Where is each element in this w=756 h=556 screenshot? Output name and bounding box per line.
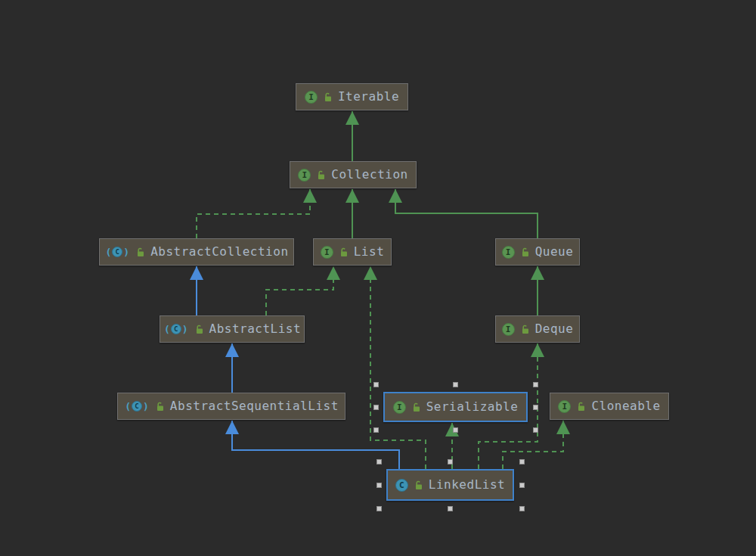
node-label: List: [354, 246, 385, 258]
interface-icon: I: [321, 246, 333, 259]
node-label: Queue: [535, 246, 574, 258]
abstract-class-icon: (C): [163, 324, 189, 334]
selection-handle[interactable]: [376, 459, 382, 464]
lock-icon: [155, 402, 165, 412]
edge-Queue-extends-Collection: [395, 189, 538, 238]
node-label: LinkedList: [429, 479, 505, 491]
node-Collection[interactable]: ICollection: [290, 161, 417, 188]
selection-handle[interactable]: [519, 483, 525, 488]
node-Cloneable[interactable]: ICloneable: [550, 393, 669, 420]
selection-handle[interactable]: [519, 506, 525, 511]
node-label: Serializable: [426, 401, 519, 413]
interface-icon: I: [502, 246, 515, 259]
lock-icon: [194, 325, 204, 334]
lock-icon: [316, 170, 326, 180]
arrowhead-icon: [345, 189, 359, 203]
arrowhead-icon: [364, 266, 377, 280]
selection-handle[interactable]: [533, 427, 538, 433]
lock-icon: [520, 325, 530, 334]
interface-icon: I: [502, 323, 515, 336]
arrowhead-icon: [303, 189, 317, 203]
lock-icon: [414, 480, 423, 490]
node-Queue[interactable]: IQueue: [495, 238, 580, 266]
node-Serializable[interactable]: ISerializable: [383, 392, 528, 422]
arrowhead-icon: [327, 266, 340, 280]
arrowhead-icon: [225, 343, 239, 357]
interface-icon: I: [305, 91, 318, 104]
node-label: Deque: [535, 323, 574, 335]
arrowhead-icon: [389, 189, 402, 203]
node-label: AbstractCollection: [150, 246, 288, 258]
arrowhead-icon: [190, 266, 203, 280]
diagram-canvas[interactable]: IIterableICollection(C)AbstractCollectio…: [0, 0, 756, 556]
edge-AbstractCollection-implements-Collection: [197, 189, 310, 238]
arrowhead-icon: [345, 111, 359, 125]
selection-handle[interactable]: [519, 459, 525, 464]
lock-icon: [323, 92, 333, 102]
selection-handle[interactable]: [373, 405, 379, 410]
selection-handle[interactable]: [453, 427, 458, 433]
selection-handle[interactable]: [376, 483, 382, 488]
node-Iterable[interactable]: IIterable: [296, 83, 408, 110]
selection-handle[interactable]: [533, 405, 538, 410]
selection-handle[interactable]: [448, 459, 453, 464]
node-LinkedList[interactable]: CLinkedList: [386, 469, 514, 501]
node-List[interactable]: IList: [313, 238, 392, 266]
selection-handle[interactable]: [373, 427, 379, 433]
arrowhead-icon: [225, 421, 239, 434]
selection-handle[interactable]: [376, 506, 382, 511]
lock-icon: [520, 247, 530, 257]
lock-icon: [339, 247, 349, 257]
selection-handle[interactable]: [453, 382, 458, 387]
class-icon: C: [395, 479, 408, 492]
abstract-class-icon: (C): [104, 247, 130, 257]
edge-LinkedList-implements-List: [370, 266, 426, 469]
node-label: AbstractList: [209, 323, 302, 335]
interface-icon: I: [558, 400, 571, 413]
node-label: Collection: [331, 169, 407, 181]
node-label: Cloneable: [591, 400, 660, 412]
node-label: Iterable: [338, 91, 399, 103]
arrowhead-icon: [531, 266, 544, 280]
node-AbstractList[interactable]: (C)AbstractList: [160, 315, 305, 343]
abstract-class-icon: (C): [124, 401, 150, 412]
node-AbstractCollection[interactable]: (C)AbstractCollection: [99, 238, 294, 266]
arrowhead-icon: [531, 343, 544, 357]
node-Deque[interactable]: IDeque: [495, 315, 580, 343]
selection-handle[interactable]: [448, 506, 453, 511]
selection-handle[interactable]: [533, 382, 538, 387]
node-AbstractSequentialList[interactable]: (C)AbstractSequentialList: [117, 393, 345, 420]
arrowhead-icon: [556, 421, 570, 434]
lock-icon: [411, 402, 421, 412]
lock-icon: [135, 247, 145, 257]
edge-AbstractList-implements-List: [266, 266, 333, 315]
node-label: AbstractSequentialList: [170, 400, 339, 412]
interface-icon: I: [393, 401, 406, 414]
selection-handle[interactable]: [373, 382, 379, 387]
interface-icon: I: [298, 169, 311, 182]
lock-icon: [576, 402, 586, 412]
